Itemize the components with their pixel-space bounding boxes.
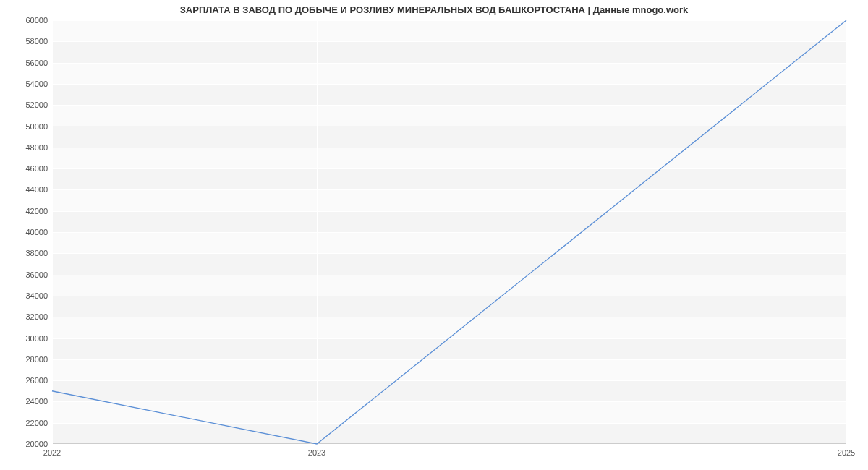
y-tick-label: 40000 [25, 228, 52, 236]
y-tick-label: 50000 [25, 122, 52, 131]
y-tick-label: 60000 [25, 16, 52, 25]
y-tick-label: 26000 [25, 376, 52, 385]
y-tick-label: 36000 [25, 270, 52, 279]
y-tick-label: 58000 [25, 37, 52, 46]
y-tick-label: 48000 [25, 143, 52, 152]
x-tick-label: 2022 [43, 444, 61, 457]
x-tick-label: 2023 [308, 444, 326, 457]
y-tick-label: 46000 [25, 164, 52, 173]
y-tick-label: 32000 [25, 312, 52, 321]
y-tick-label: 52000 [25, 101, 52, 109]
y-tick-label: 30000 [25, 334, 52, 343]
y-tick-label: 42000 [25, 207, 52, 215]
gridline-y [52, 444, 846, 445]
plot-area: 2000022000240002600028000300003200034000… [52, 20, 846, 444]
x-tick-label: 2025 [838, 444, 855, 457]
chart-container: ЗАРПЛАТА В ЗАВОД ПО ДОБЫЧЕ И РОЗЛИВУ МИН… [0, 0, 868, 470]
y-tick-label: 38000 [25, 249, 52, 257]
series-line [52, 20, 846, 444]
y-tick-label: 44000 [25, 185, 52, 194]
y-tick-label: 22000 [25, 419, 52, 427]
chart-title: ЗАРПЛАТА В ЗАВОД ПО ДОБЫЧЕ И РОЗЛИВУ МИН… [0, 4, 868, 15]
gridline-x [846, 20, 847, 444]
y-tick-label: 56000 [25, 59, 52, 67]
line-series [52, 20, 846, 444]
y-tick-label: 34000 [25, 291, 52, 300]
y-tick-label: 54000 [25, 80, 52, 88]
y-tick-label: 28000 [25, 355, 52, 364]
y-tick-label: 24000 [25, 397, 52, 406]
